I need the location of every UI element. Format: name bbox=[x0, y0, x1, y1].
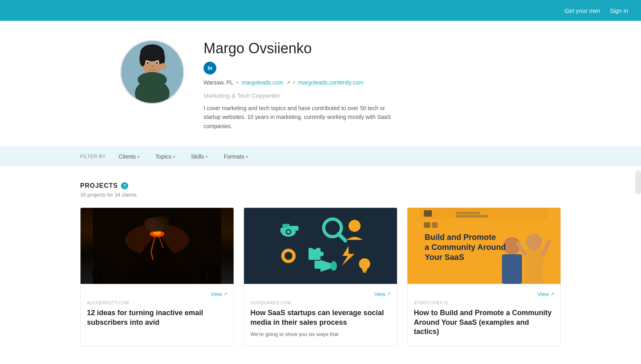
svg-point-13 bbox=[151, 66, 153, 67]
dot-separator-2: • bbox=[293, 79, 295, 86]
topics-filter[interactable]: Topics ▾ bbox=[152, 152, 178, 161]
card-source-2: GOSQUARED.COM bbox=[250, 301, 391, 305]
social-icons: in bbox=[204, 62, 561, 74]
svg-rect-60 bbox=[456, 215, 488, 217]
card-body-1: View ↗ ALEXBIRKETT.COM 12 ideas for turn… bbox=[81, 284, 234, 346]
profile-location: Warsaw, PL bbox=[204, 79, 233, 86]
svg-rect-55 bbox=[363, 271, 366, 273]
projects-title: PROJECTS bbox=[80, 182, 118, 189]
card-image-volcano bbox=[81, 208, 234, 284]
card-source-3: STORYCHIEF.IO bbox=[414, 301, 554, 305]
svg-rect-43 bbox=[308, 248, 320, 260]
svg-rect-62 bbox=[432, 222, 437, 228]
card-view-link-2: View ↗ bbox=[250, 290, 391, 298]
external-link-icon-2: ↗ bbox=[387, 292, 391, 297]
svg-point-44 bbox=[312, 245, 317, 249]
card-title-2: How SaaS startups can leverage social me… bbox=[250, 308, 391, 327]
svg-point-4 bbox=[139, 51, 145, 66]
top-nav: Get your own Sign in bbox=[0, 0, 641, 21]
svg-point-23 bbox=[144, 217, 158, 229]
filter-label: FILTER BY bbox=[80, 154, 106, 159]
profile-section: Margo Ovsiienko in Warsaw, PL • margolea… bbox=[0, 21, 641, 147]
dot-separator: • bbox=[236, 79, 238, 86]
cards-grid: View ↗ ALEXBIRKETT.COM 12 ideas for turn… bbox=[80, 207, 561, 346]
svg-rect-58 bbox=[424, 210, 432, 217]
projects-header: PROJECTS ? bbox=[80, 182, 561, 189]
website2-link[interactable]: margoleads.contently.com bbox=[298, 79, 363, 86]
svg-rect-54 bbox=[362, 269, 367, 271]
sign-in-link[interactable]: Sign in bbox=[610, 7, 628, 14]
view-link-3[interactable]: View ↗ bbox=[538, 291, 554, 297]
clients-filter[interactable]: Clients ▾ bbox=[115, 152, 143, 161]
svg-point-14 bbox=[159, 63, 167, 69]
svg-rect-66 bbox=[525, 249, 543, 284]
svg-point-45 bbox=[319, 251, 324, 256]
svg-text:Your SaaS: Your SaaS bbox=[425, 253, 464, 261]
view-link-1[interactable]: View ↗ bbox=[211, 291, 227, 297]
card-2: View ↗ GOSQUARED.COM How SaaS startups c… bbox=[244, 207, 397, 346]
svg-rect-61 bbox=[424, 222, 430, 228]
card-body-2: View ↗ GOSQUARED.COM How SaaS startups c… bbox=[244, 284, 397, 346]
card-source-1: ALEXBIRKETT.COM bbox=[87, 301, 227, 305]
svg-point-65 bbox=[526, 234, 542, 250]
chevron-down-icon: ▾ bbox=[173, 155, 175, 159]
svg-point-11 bbox=[147, 62, 149, 64]
external-link-icon: ↗ bbox=[224, 292, 227, 297]
profile-links: Warsaw, PL • margoleads.com ↗ • margolea… bbox=[204, 79, 561, 86]
svg-point-49 bbox=[331, 261, 337, 271]
projects-section: PROJECTS ? 35 projects for 34 clients bbox=[0, 166, 641, 362]
profile-title: Marketing & Tech Copywriter bbox=[204, 92, 561, 99]
svg-text:Build and Promote: Build and Promote bbox=[425, 233, 496, 241]
svg-point-42 bbox=[284, 252, 292, 260]
linkedin-icon[interactable]: in bbox=[204, 62, 216, 74]
website1-link[interactable]: margoleads.com bbox=[242, 79, 283, 86]
profile-bio: I cover marketing and tech topics and ha… bbox=[204, 104, 396, 131]
profile-info: Margo Ovsiienko in Warsaw, PL • margolea… bbox=[204, 40, 561, 131]
svg-point-40 bbox=[349, 220, 361, 232]
card-1: View ↗ ALEXBIRKETT.COM 12 ideas for turn… bbox=[80, 207, 234, 346]
svg-point-8 bbox=[137, 72, 167, 88]
card-3: Build and Promote a Community Around You… bbox=[407, 207, 561, 346]
avatar bbox=[120, 40, 184, 104]
filter-bar: FILTER BY Clients ▾ Topics ▾ Skills ▾ Fo… bbox=[0, 147, 641, 166]
card-body-3: View ↗ STORYCHIEF.IO How to Build and Pr… bbox=[407, 284, 560, 346]
skills-filter[interactable]: Skills ▾ bbox=[188, 152, 211, 161]
svg-point-12 bbox=[156, 62, 158, 64]
card-image-tools bbox=[244, 208, 397, 284]
svg-rect-59 bbox=[456, 212, 480, 214]
card-title-3: How to Build and Promote a Community Aro… bbox=[414, 308, 554, 336]
get-your-own-link[interactable]: Get your own bbox=[564, 7, 600, 14]
card-view-link-1: View ↗ bbox=[87, 290, 227, 298]
projects-count: 35 projects for 34 clients bbox=[80, 192, 561, 198]
chevron-down-icon: ▾ bbox=[137, 155, 139, 159]
card-title-1: 12 ideas for turning inactive email subs… bbox=[87, 308, 227, 327]
scrollbar[interactable] bbox=[635, 170, 641, 194]
card-view-link-3: View ↗ bbox=[414, 290, 554, 298]
chevron-down-icon: ▾ bbox=[246, 155, 248, 159]
formats-filter[interactable]: Formats ▾ bbox=[220, 152, 251, 161]
svg-point-53 bbox=[359, 258, 370, 269]
external-link-icon-3: ↗ bbox=[550, 292, 554, 297]
ext-icon-1: ↗ bbox=[286, 80, 290, 85]
svg-text:a Community Around: a Community Around bbox=[425, 243, 506, 251]
view-link-2[interactable]: View ↗ bbox=[374, 291, 391, 297]
svg-point-52 bbox=[287, 230, 290, 233]
profile-name: Margo Ovsiienko bbox=[204, 40, 561, 57]
svg-rect-48 bbox=[314, 261, 321, 269]
card-excerpt-2: We're going to show you six ways that bbox=[250, 330, 391, 338]
svg-rect-64 bbox=[502, 254, 522, 284]
card-image-story: Build and Promote a Community Around You… bbox=[407, 208, 560, 284]
chevron-down-icon: ▾ bbox=[206, 155, 208, 159]
help-icon[interactable]: ? bbox=[121, 182, 128, 189]
